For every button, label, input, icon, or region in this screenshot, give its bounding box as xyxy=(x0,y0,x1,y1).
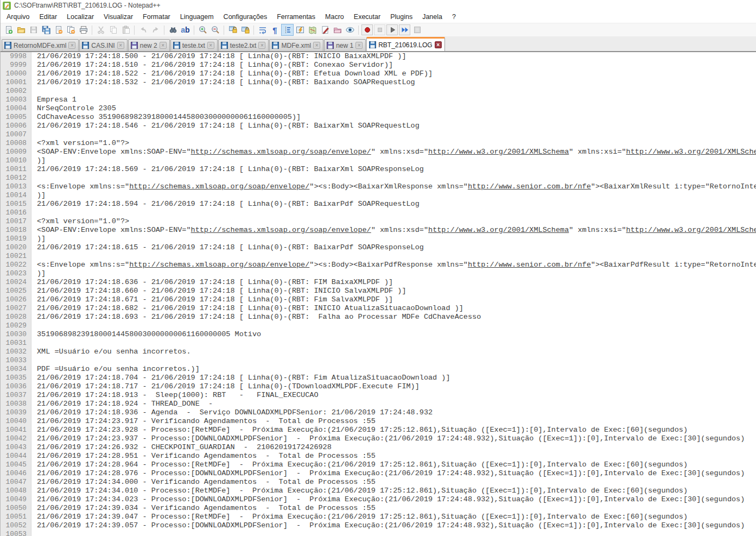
macro-run-multiple-icon[interactable] xyxy=(399,24,410,35)
tab-close-icon[interactable]: × xyxy=(313,42,320,49)
line-text[interactable]: 21/06/2019 17:24:18.546 - 21/06/2019 17:… xyxy=(31,122,756,130)
tab-close-icon[interactable]: × xyxy=(258,42,265,49)
line-text[interactable]: )] xyxy=(31,235,756,243)
menu-item-formatar[interactable]: Formatar xyxy=(138,11,175,22)
line-text[interactable] xyxy=(31,339,756,348)
tab-teste2-txt[interactable]: teste2.txt× xyxy=(218,39,269,51)
line-text[interactable]: )] xyxy=(31,191,756,200)
macro-play-icon[interactable] xyxy=(386,24,398,35)
line-text[interactable]: 21/06/2019 17:24:18.532 - 21/06/2019 17:… xyxy=(31,78,756,87)
line-text[interactable]: 21/06/2019 17:24:18.636 - 21/06/2019 17:… xyxy=(31,278,756,287)
tab-close-icon[interactable]: × xyxy=(160,42,167,49)
tab-teste-txt[interactable]: teste.txt× xyxy=(170,39,218,51)
line-text[interactable]: CdChaveAcesso 35190689823918000144580030… xyxy=(31,113,756,122)
tab-close-icon[interactable]: × xyxy=(355,42,363,49)
line-text[interactable]: 21/06/2019 17:24:23.928 - Processo:[RetM… xyxy=(31,426,756,434)
line-text[interactable]: NrSeqControle 2305 xyxy=(31,104,756,113)
print-icon[interactable] xyxy=(77,24,90,36)
url-link[interactable]: http://www.senior.com.br/nfe xyxy=(468,261,591,269)
line-text[interactable]: 21/06/2019 17:24:39.047 - Processo:[RetM… xyxy=(31,513,756,521)
folder-as-workspace-icon[interactable] xyxy=(331,24,344,36)
zoom-out-icon[interactable] xyxy=(209,24,221,36)
line-text[interactable]: <SOAP-ENV:Envelope xmlns:SOAP-ENV="http:… xyxy=(31,226,756,235)
line-text[interactable]: <?xml version="1.0"?> xyxy=(31,139,756,148)
replace-icon[interactable]: ab xyxy=(179,24,192,36)
tab-retornomdfe-xml[interactable]: RetornoMDFe.xml× xyxy=(2,39,79,51)
tab-close-icon[interactable]: × xyxy=(68,42,75,49)
line-text[interactable] xyxy=(31,252,756,261)
find-icon[interactable] xyxy=(167,24,179,36)
menu-item-arquivo[interactable]: Arquivo xyxy=(2,11,34,22)
line-text[interactable]: )] xyxy=(31,269,756,278)
url-link[interactable]: http://www.w3.org/2001/XMLSchema xyxy=(626,226,756,234)
line-text[interactable]: 21/06/2019 17:24:23.937 - Processo:[DOWN… xyxy=(31,434,756,443)
line-text[interactable]: <s:Envelope xmlns:s="http://schemas.xmls… xyxy=(31,182,756,191)
line-text[interactable]: 21/06/2019 17:24:18.522 - 21/06/2019 17:… xyxy=(31,70,756,78)
save-all-icon[interactable] xyxy=(40,24,52,36)
menu-item-editar[interactable]: Editar xyxy=(34,11,62,22)
tab-rbt-210619-log[interactable]: RBT_210619.LOG× xyxy=(366,37,444,51)
line-text[interactable] xyxy=(31,209,756,217)
menu-item-janela[interactable]: Janela xyxy=(417,11,447,22)
line-text[interactable]: <SOAP-ENV:Envelope xmlns:SOAP-ENV="http:… xyxy=(31,148,756,156)
line-text[interactable]: 21/06/2019 17:24:18.693 - 21/06/2019 17:… xyxy=(31,313,756,321)
line-text[interactable]: 21/06/2019 17:24:34.010 - Processo:[RetM… xyxy=(31,487,756,495)
line-text[interactable]: Empresa 1 xyxy=(31,96,756,104)
tab-close-icon[interactable]: × xyxy=(207,42,214,49)
line-text[interactable]: 21/06/2019 17:24:28.964 - Processo:[RetM… xyxy=(31,461,756,469)
url-link[interactable]: http://www.senior.com.br/nfe xyxy=(468,182,591,191)
line-text[interactable]: <?xml version="1.0"?> xyxy=(31,217,756,226)
line-text[interactable]: 21/06/2019 17:24:34.000 - Verificando Ag… xyxy=(31,478,756,487)
tab-mdfe-xml[interactable]: MDFe.xml× xyxy=(269,39,323,51)
line-text[interactable]: 21/06/2019 17:24:39.057 - Processo:[DOWN… xyxy=(31,521,756,530)
tab-new-2[interactable]: new 2× xyxy=(128,39,170,51)
new-file-icon[interactable] xyxy=(2,24,15,36)
sync-horizontal-scroll-icon[interactable] xyxy=(239,24,251,36)
function-list-icon[interactable] xyxy=(294,24,306,36)
line-text[interactable]: 21/06/2019 17:24:18.717 - 21/06/2019 17:… xyxy=(31,382,756,391)
zoom-in-icon[interactable] xyxy=(196,24,209,36)
close-file-icon[interactable] xyxy=(52,24,65,36)
tab-close-icon[interactable]: × xyxy=(117,42,124,49)
word-wrap-icon[interactable] xyxy=(256,24,269,36)
line-text[interactable]: 21/06/2019 17:24:39.034 - Verificando Ag… xyxy=(31,504,756,513)
show-all-characters-icon[interactable]: ¶ xyxy=(269,24,281,36)
url-link[interactable]: http://www.w3.org/2001/XMLSchema xyxy=(428,226,569,234)
url-link[interactable]: http://www.w3.org/2001/XMLSchema xyxy=(428,148,569,156)
line-text[interactable]: 21/06/2019 17:24:18.924 - THREAD_DONE - xyxy=(31,400,756,408)
line-text[interactable] xyxy=(31,321,756,330)
open-file-icon[interactable] xyxy=(15,24,27,36)
close-all-icon[interactable] xyxy=(65,24,77,36)
line-text[interactable]: 21/06/2019 17:24:34.023 - Processo:[DOWN… xyxy=(31,495,756,504)
line-text[interactable]: 21/06/2019 17:24:28.951 - Verificando Ag… xyxy=(31,452,756,461)
line-text[interactable]: 21/06/2019 17:24:18.936 - Agenda - Servi… xyxy=(31,408,756,417)
line-text[interactable]: 21/06/2019 17:24:18.594 - 21/06/2019 17:… xyxy=(31,200,756,209)
tab-close-icon[interactable]: × xyxy=(435,41,442,48)
menu-item-linguagem[interactable]: Linguagem xyxy=(175,11,219,22)
url-link[interactable]: http://schemas.xmlsoap.org/soap/envelope… xyxy=(191,226,371,234)
line-text[interactable]: 21/06/2019 17:24:18.569 - 21/06/2019 17:… xyxy=(31,165,756,174)
document-edit-icon[interactable] xyxy=(319,24,331,36)
menu-item-ferramentas[interactable]: Ferramentas xyxy=(272,11,320,22)
line-text[interactable]: PDF =Usuário e/ou senha incorretos.)] xyxy=(31,365,756,374)
line-text[interactable]: 21/06/2019 17:24:18.682 - 21/06/2019 17:… xyxy=(31,304,756,313)
line-text[interactable]: 21/06/2019 17:24:18.510 - 21/06/2019 17:… xyxy=(31,61,756,70)
line-text[interactable] xyxy=(31,130,756,139)
line-text[interactable]: 21/06/2019 17:24:28.976 - Processo:[DOWN… xyxy=(31,469,756,478)
line-text[interactable]: 3519068982391800014458003000000006116000… xyxy=(31,330,756,339)
line-text[interactable] xyxy=(31,174,756,182)
menu-item-macro[interactable]: Macro xyxy=(320,11,349,22)
menu-item-visualizar[interactable]: Visualizar xyxy=(99,11,138,22)
tab-new-1[interactable]: new 1× xyxy=(324,39,366,51)
url-link[interactable]: http://schemas.xmlsoap.org/soap/envelope… xyxy=(129,182,309,191)
monitoring-eye-icon[interactable] xyxy=(344,24,356,36)
menu-item-help[interactable]: ? xyxy=(447,11,461,22)
show-indent-guide-icon[interactable] xyxy=(281,24,294,36)
macro-record-icon[interactable] xyxy=(361,24,373,35)
url-link[interactable]: http://schemas.xmlsoap.org/soap/envelope… xyxy=(129,261,309,269)
menu-item-executar[interactable]: Executar xyxy=(349,11,385,22)
line-text[interactable] xyxy=(31,530,756,536)
title-bar[interactable]: C:\SOFtranw\RBT\RBT_210619.LOG - Notepad… xyxy=(1,0,756,11)
line-text[interactable]: 21/06/2019 17:24:18.671 - 21/06/2019 17:… xyxy=(31,295,756,304)
line-text[interactable]: 21/06/2019 17:24:18.500 - 21/06/2019 17:… xyxy=(31,52,756,61)
